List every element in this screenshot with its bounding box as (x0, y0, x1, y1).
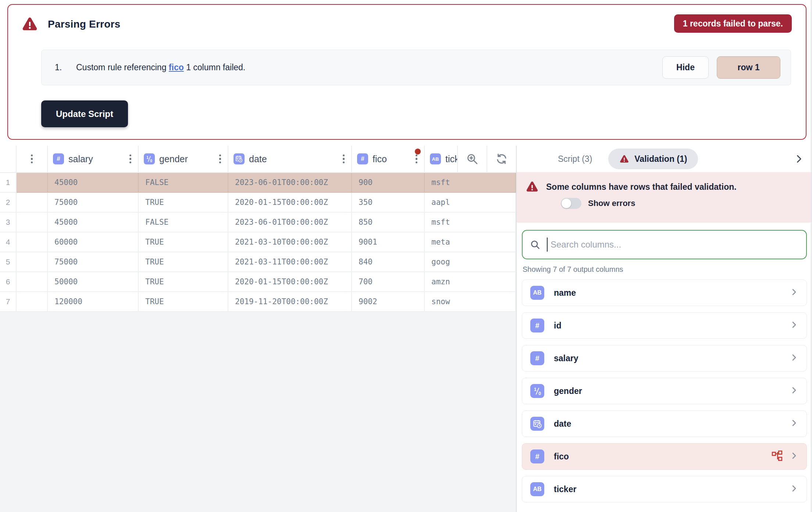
cell-date[interactable]: 2019-11-20T00:00:00Z (228, 292, 352, 312)
cell-salary[interactable]: 60000 (48, 232, 139, 252)
search-icon (530, 239, 540, 250)
column-card-id[interactable]: #id (522, 312, 807, 339)
chevron-right-icon (790, 288, 798, 298)
refresh-button[interactable] (487, 146, 516, 173)
cell-ticker[interactable]: meta (425, 232, 516, 252)
column-header-gender[interactable]: 10gender (139, 146, 228, 173)
type-date-icon (530, 417, 544, 431)
index-cell[interactable] (17, 272, 48, 292)
column-header-date[interactable]: date (228, 146, 352, 173)
cell-ticker[interactable]: msft (425, 213, 516, 232)
row-number[interactable]: 5 (0, 252, 17, 272)
row-number[interactable]: 1 (0, 173, 17, 193)
column-card-ticker[interactable]: ABticker (522, 476, 807, 502)
cell-ticker[interactable]: goog (425, 252, 516, 272)
cell-date[interactable]: 2020-01-15T00:00:00Z (228, 193, 352, 213)
side-panel: Script (3) Validation (1) Some columns h… (516, 146, 812, 512)
cell-salary[interactable]: 50000 (48, 272, 139, 292)
cell-gender[interactable]: TRUE (139, 292, 228, 312)
svg-text:1: 1 (146, 156, 149, 160)
cell-salary[interactable]: 45000 (48, 213, 139, 232)
cell-fico[interactable]: 9001 (352, 232, 425, 252)
column-card-name[interactable]: ABname (522, 280, 807, 306)
kebab-menu-icon[interactable] (341, 153, 346, 165)
kebab-menu-icon[interactable] (29, 153, 35, 165)
column-card-gender[interactable]: 10gender (522, 378, 807, 404)
cell-fico[interactable]: 9002 (352, 292, 425, 312)
cell-gender[interactable]: FALSE (139, 213, 228, 232)
index-cell[interactable] (17, 292, 48, 312)
index-cell[interactable] (17, 232, 48, 252)
cell-date[interactable]: 2023-06-01T00:00:00Z (228, 213, 352, 232)
kebab-menu-icon[interactable] (414, 153, 419, 165)
column-header-salary[interactable]: #salary (48, 146, 139, 173)
cell-salary[interactable]: 120000 (48, 292, 139, 312)
index-cell[interactable] (17, 252, 48, 272)
cell-date[interactable]: 2021-03-11T00:00:00Z (228, 252, 352, 272)
cell-ticker[interactable]: snow (425, 292, 516, 312)
failed-rule-icon (771, 450, 783, 463)
type-number-icon: # (530, 351, 544, 365)
index-cell[interactable] (17, 213, 48, 232)
row-number[interactable]: 6 (0, 272, 17, 292)
kebab-menu-icon[interactable] (218, 153, 223, 165)
row-number[interactable]: 4 (0, 232, 17, 252)
tab-script[interactable]: Script (3) (558, 154, 592, 164)
row-number[interactable]: 7 (0, 292, 17, 312)
table-row: 7120000TRUE2019-11-20T00:00:00Z9002snow (0, 292, 516, 312)
cell-salary[interactable]: 75000 (48, 193, 139, 213)
warning-icon (619, 154, 629, 164)
cell-fico[interactable]: 840 (352, 252, 425, 272)
cell-gender[interactable]: TRUE (139, 193, 228, 213)
zoom-in-button[interactable] (457, 146, 487, 173)
index-cell[interactable] (17, 193, 48, 213)
cell-date[interactable]: 2023-06-01T00:00:00Z (228, 173, 352, 193)
column-card-date[interactable]: date (522, 410, 807, 437)
validation-alert: Some columns have rows that failed valid… (517, 172, 812, 223)
warning-icon (21, 16, 38, 33)
validation-alert-text: Some columns have rows that failed valid… (546, 182, 737, 192)
index-cell[interactable] (17, 173, 48, 193)
cell-gender[interactable]: TRUE (139, 232, 228, 252)
tab-validation[interactable]: Validation (1) (608, 149, 698, 169)
search-columns-input[interactable] (551, 239, 799, 250)
cell-fico[interactable]: 900 (352, 173, 425, 193)
cell-fico[interactable]: 350 (352, 193, 425, 213)
show-errors-label: Show errors (588, 199, 635, 208)
hide-button[interactable]: Hide (662, 56, 709, 79)
records-failed-badge: 1 records failed to parse. (674, 14, 792, 33)
cell-gender[interactable]: TRUE (139, 252, 228, 272)
kebab-menu-icon[interactable] (128, 153, 133, 165)
cell-ticker[interactable]: amzn (425, 272, 516, 292)
cell-salary[interactable]: 45000 (48, 173, 139, 193)
cell-fico[interactable]: 850 (352, 213, 425, 232)
show-errors-control: Show errors (561, 198, 803, 209)
cell-ticker[interactable]: msft (425, 173, 516, 193)
cell-fico[interactable]: 700 (352, 272, 425, 292)
show-errors-toggle[interactable] (561, 198, 581, 209)
cell-gender[interactable]: TRUE (139, 272, 228, 292)
chevron-right-icon (794, 154, 804, 164)
error-message: Custom rule referencing fico 1 column fa… (76, 63, 245, 72)
cell-salary[interactable]: 75000 (48, 252, 139, 272)
row-number[interactable]: 2 (0, 193, 17, 213)
parsing-errors-header: Parsing Errors (21, 16, 120, 33)
column-card-salary[interactable]: #salary (522, 345, 807, 371)
update-script-button[interactable]: Update Script (41, 100, 128, 127)
cell-ticker[interactable]: aapl (425, 193, 516, 213)
fico-column-link[interactable]: fico (169, 63, 184, 72)
scrollbar-track[interactable] (811, 0, 812, 512)
collapse-panel-button[interactable] (794, 154, 804, 164)
cell-date[interactable]: 2021-03-10T00:00:00Z (228, 232, 352, 252)
row-number[interactable]: 3 (0, 213, 17, 232)
svg-text:1: 1 (534, 387, 536, 392)
row-1-button[interactable]: row 1 (717, 56, 780, 79)
cell-date[interactable]: 2020-01-15T00:00:00Z (228, 272, 352, 292)
column-card-label: salary (554, 353, 578, 363)
index-column-header[interactable] (17, 146, 48, 173)
column-card-fico[interactable]: #fico (522, 443, 807, 470)
error-message-prefix: Custom rule referencing (76, 63, 166, 72)
app-screen: Parsing Errors 1 records failed to parse… (0, 0, 812, 512)
column-header-fico[interactable]: #fico (352, 146, 425, 173)
cell-gender[interactable]: FALSE (139, 173, 228, 193)
